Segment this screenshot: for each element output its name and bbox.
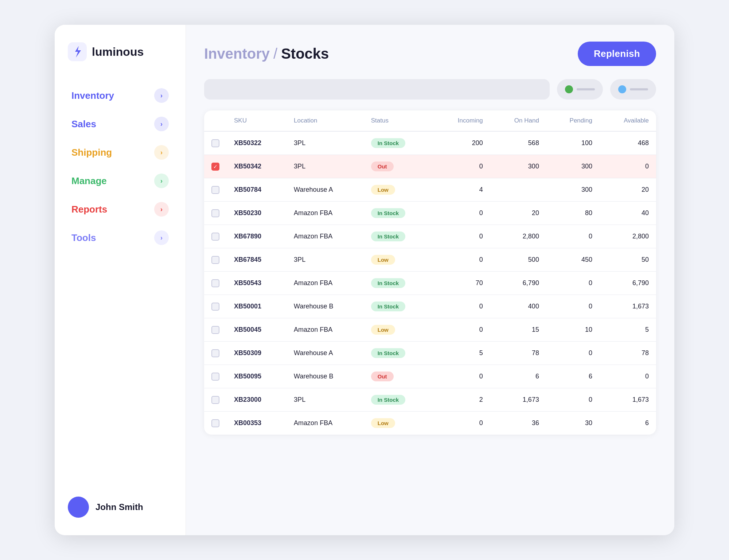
- breadcrumb-inventory[interactable]: Inventory: [204, 46, 270, 62]
- table-row[interactable]: XB503223PLIn Stock200568100468: [204, 131, 656, 155]
- row-available: 50: [600, 248, 656, 272]
- row-checkbox[interactable]: [211, 396, 219, 404]
- row-pending: 6: [546, 365, 600, 388]
- col-location: Location: [286, 110, 364, 131]
- status-badge: Out: [371, 372, 394, 381]
- row-pending: 0: [546, 342, 600, 365]
- row-sku: XB50543: [227, 272, 286, 295]
- row-available: 468: [600, 131, 656, 155]
- sidebar-item-reports-label: Reports: [71, 204, 107, 215]
- row-onhand: 78: [490, 342, 546, 365]
- row-sku: XB23000: [227, 388, 286, 412]
- table-row[interactable]: ✓XB503423PLOut03003000: [204, 155, 656, 178]
- status-badge: Out: [371, 162, 394, 171]
- row-available: 5: [600, 318, 656, 342]
- row-status: In Stock: [364, 388, 434, 412]
- table-row[interactable]: XB50095Warehouse BOut0660: [204, 365, 656, 388]
- row-available: 78: [600, 342, 656, 365]
- table-row[interactable]: XB50045Amazon FBALow015105: [204, 318, 656, 342]
- row-available: 6: [600, 412, 656, 435]
- row-checkbox[interactable]: [211, 279, 219, 287]
- status-badge: Low: [371, 185, 395, 195]
- table-row[interactable]: XB678453PLLow050045050: [204, 248, 656, 272]
- row-available: 1,673: [600, 295, 656, 318]
- row-available: 40: [600, 202, 656, 225]
- filter-bar: [204, 79, 656, 100]
- row-checkbox[interactable]: [211, 256, 219, 264]
- row-checkbox[interactable]: [211, 209, 219, 217]
- row-onhand: 36: [490, 412, 546, 435]
- sidebar-item-shipping[interactable]: Shipping ›: [68, 140, 172, 165]
- filter-pill-instock[interactable]: [557, 79, 603, 100]
- col-incoming: Incoming: [433, 110, 490, 131]
- table-row[interactable]: XB67890Amazon FBAIn Stock02,80002,800: [204, 225, 656, 248]
- main-content: Inventory / Stocks Replenish: [186, 25, 674, 535]
- table-row[interactable]: XB230003PLIn Stock21,67301,673: [204, 388, 656, 412]
- table-row[interactable]: XB00353Amazon FBALow036306: [204, 412, 656, 435]
- inventory-table: SKU Location Status Incoming On Hand Pen…: [204, 110, 656, 435]
- row-onhand: 1,673: [490, 388, 546, 412]
- row-location: Amazon FBA: [286, 272, 364, 295]
- row-available: 20: [600, 178, 656, 202]
- row-sku: XB67845: [227, 248, 286, 272]
- row-pending: 0: [546, 388, 600, 412]
- row-location: Warehouse B: [286, 365, 364, 388]
- replenish-button[interactable]: Replenish: [578, 42, 656, 66]
- sidebar-item-tools-label: Tools: [71, 232, 96, 244]
- row-onhand: 6: [490, 365, 546, 388]
- row-checkbox[interactable]: [211, 186, 219, 194]
- table-row[interactable]: XB50230Amazon FBAIn Stock0208040: [204, 202, 656, 225]
- row-checkbox[interactable]: ✓: [211, 163, 219, 171]
- app-container: luminous Inventory › Sales › Shipping › …: [55, 25, 674, 535]
- row-checkbox[interactable]: [211, 139, 219, 147]
- row-onhand: 568: [490, 131, 546, 155]
- table-row[interactable]: XB50784Warehouse ALow430020: [204, 178, 656, 202]
- row-available: 6,790: [600, 272, 656, 295]
- table-row[interactable]: XB50543Amazon FBAIn Stock706,79006,790: [204, 272, 656, 295]
- row-status: Low: [364, 178, 434, 202]
- row-pending: 100: [546, 131, 600, 155]
- row-incoming: 2: [433, 388, 490, 412]
- status-badge: In Stock: [371, 302, 405, 311]
- breadcrumb-stocks: Stocks: [281, 46, 329, 62]
- row-checkbox[interactable]: [211, 419, 219, 427]
- avatar: [68, 497, 89, 518]
- top-bar: Inventory / Stocks Replenish: [204, 42, 656, 66]
- row-sku: XB50342: [227, 155, 286, 178]
- filter-dot-green: [565, 85, 573, 93]
- row-checkbox[interactable]: [211, 373, 219, 381]
- sidebar-arrow-inventory: ›: [154, 88, 169, 103]
- row-incoming: 200: [433, 131, 490, 155]
- sidebar-item-sales[interactable]: Sales ›: [68, 112, 172, 136]
- row-incoming: 0: [433, 225, 490, 248]
- user-name: John Smith: [95, 502, 143, 512]
- user-area: John Smith: [68, 497, 172, 518]
- status-badge: In Stock: [371, 278, 405, 288]
- table-row[interactable]: XB50001Warehouse BIn Stock040001,673: [204, 295, 656, 318]
- search-input[interactable]: [204, 79, 550, 100]
- sidebar: luminous Inventory › Sales › Shipping › …: [55, 25, 186, 535]
- row-checkbox[interactable]: [211, 233, 219, 241]
- sidebar-arrow-shipping: ›: [154, 145, 169, 160]
- row-onhand: 15: [490, 318, 546, 342]
- table-row[interactable]: XB50309Warehouse AIn Stock578078: [204, 342, 656, 365]
- row-checkbox[interactable]: [211, 349, 219, 357]
- row-available: 2,800: [600, 225, 656, 248]
- filter-pill-low[interactable]: [610, 79, 656, 100]
- row-location: Amazon FBA: [286, 412, 364, 435]
- row-location: Warehouse A: [286, 342, 364, 365]
- row-checkbox-cell: [204, 202, 227, 225]
- row-sku: XB50322: [227, 131, 286, 155]
- status-badge: Low: [371, 325, 395, 335]
- row-available: 0: [600, 365, 656, 388]
- row-checkbox[interactable]: [211, 326, 219, 334]
- row-pending: 300: [546, 178, 600, 202]
- sidebar-item-tools[interactable]: Tools ›: [68, 225, 172, 250]
- row-incoming: 0: [433, 365, 490, 388]
- sidebar-item-reports[interactable]: Reports ›: [68, 197, 172, 222]
- row-status: Low: [364, 248, 434, 272]
- row-location: Warehouse A: [286, 178, 364, 202]
- sidebar-item-manage[interactable]: Manage ›: [68, 168, 172, 193]
- row-checkbox[interactable]: [211, 303, 219, 311]
- sidebar-item-inventory[interactable]: Inventory ›: [68, 83, 172, 108]
